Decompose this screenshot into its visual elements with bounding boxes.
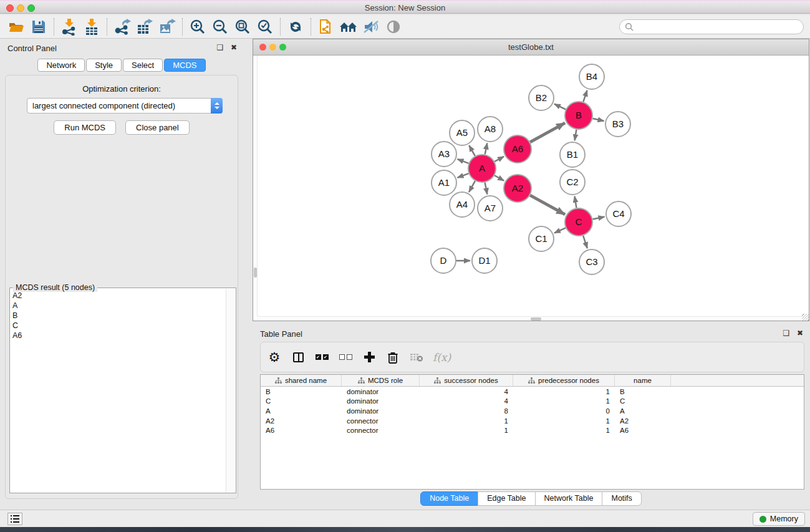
column-header-predecessor-nodes[interactable]: predecessor nodes [513,375,615,386]
mcds-result-item[interactable]: C [12,321,224,331]
edge-A-A2[interactable] [494,175,504,181]
node-C4[interactable]: C4 [606,201,631,226]
node-A4[interactable]: A4 [450,192,475,217]
column-header-successor-nodes[interactable]: successor nodes [420,375,513,386]
show-graphics-details-button[interactable] [382,17,405,36]
table-cell[interactable]: A2 [615,417,671,425]
node-A5[interactable]: A5 [450,120,475,145]
tab-network-table[interactable]: Network Table [535,491,603,506]
table-row[interactable]: A2connector11A2 [261,416,804,426]
column-header-shared-name[interactable]: shared name [261,375,342,386]
table-cell[interactable]: 8 [420,407,513,415]
edge-B-B2[interactable] [554,104,566,110]
node-D[interactable]: D [431,248,456,273]
tab-mcds[interactable]: MCDS [164,59,205,72]
edge-A-A4[interactable] [469,181,475,192]
mcds-result-item[interactable]: A2 [12,291,224,301]
node-A2[interactable]: A2 [504,175,531,202]
close-panel-button[interactable]: Close panel [125,120,190,135]
zoom-selected-button[interactable] [254,17,276,36]
table-cell[interactable]: 0 [513,407,615,415]
edge-C-C1[interactable] [554,228,566,233]
open-file-button[interactable] [5,17,27,36]
table-cell[interactable]: C [261,397,342,405]
edge-A6-B[interactable] [530,123,565,142]
memory-button[interactable]: Memory [753,512,805,526]
node-A7[interactable]: A7 [478,196,503,221]
table-cell[interactable]: connector [342,427,420,434]
mcds-result-item[interactable]: B [12,311,224,321]
edge-C-C3[interactable] [583,236,587,248]
zoom-in-button[interactable] [186,17,209,36]
table-row[interactable]: Bdominator41B [261,387,804,397]
select-all-columns-button[interactable]: ✔✔ [314,348,329,367]
node-B1[interactable]: B1 [560,142,585,167]
table-cell[interactable]: 1 [420,427,513,434]
home-button[interactable] [337,17,360,36]
edge-A-A3[interactable] [458,159,469,163]
table-cell[interactable]: 4 [420,397,513,405]
table-cell[interactable]: A6 [615,427,671,434]
node-A3[interactable]: A3 [432,142,456,167]
function-builder-button[interactable]: f(x) [433,348,451,367]
node-B4[interactable]: B4 [579,64,604,89]
table-close-icon[interactable]: ✖ [796,329,804,337]
delete-table-button[interactable] [409,348,424,367]
export-network-button[interactable] [111,17,133,36]
table-cell[interactable]: dominator [342,407,420,415]
table-cell[interactable]: A [261,407,342,415]
edge-A-A7[interactable] [485,183,488,195]
table-cell[interactable]: 1 [420,417,513,425]
table-cell[interactable]: B [615,388,671,395]
deselect-all-columns-button[interactable] [338,348,353,367]
table-row[interactable]: A6connector11A6 [261,425,804,435]
resize-grip-icon[interactable] [802,314,809,321]
node-B3[interactable]: B3 [605,112,630,137]
node-A6[interactable]: A6 [504,135,531,163]
node-C2[interactable]: C2 [560,170,585,195]
node-A1[interactable]: A1 [432,170,456,195]
result-scrollbar[interactable] [226,289,235,492]
edge-C-C2[interactable] [575,196,577,208]
table-row[interactable]: Adominator80A [261,406,804,416]
edge-A2-C[interactable] [530,195,565,215]
export-image-button[interactable] [156,17,178,36]
search-input[interactable] [637,22,803,31]
node-B2[interactable]: B2 [529,85,554,110]
column-header-name[interactable]: name [615,375,671,386]
network-canvas[interactable]: B4B2BB3A8A5A6A3B1AC2A1A2A4A7C4CC1C3DD1 [253,56,809,321]
tab-select[interactable]: Select [123,59,163,72]
edge-C-C4[interactable] [593,217,605,220]
table-cell[interactable]: dominator [342,388,420,395]
table-cell[interactable]: A [615,407,671,415]
table-cell[interactable]: 1 [513,427,615,434]
node-C1[interactable]: C1 [529,226,554,251]
table-cell[interactable]: dominator [342,397,420,405]
import-network-button[interactable] [58,17,80,36]
task-history-button[interactable] [7,513,22,525]
zoom-out-button[interactable] [209,17,231,36]
table-cell[interactable]: 1 [513,397,615,405]
table-cell[interactable]: connector [342,417,420,425]
delete-column-button[interactable] [385,348,400,367]
network-document-button[interactable] [315,17,337,36]
node-C3[interactable]: C3 [579,249,604,274]
node-B[interactable]: B [565,102,592,129]
node-D1[interactable]: D1 [472,248,497,273]
search-field[interactable] [619,19,804,34]
refresh-layout-button[interactable] [284,17,307,36]
node-A8[interactable]: A8 [478,117,503,142]
network-vertical-scrollbar[interactable] [253,56,258,316]
export-table-button[interactable] [133,17,156,36]
edge-A-A6[interactable] [494,157,504,162]
edge-B-B3[interactable] [592,118,604,121]
table-cell[interactable]: 1 [513,388,615,395]
zoom-fit-button[interactable] [231,17,254,36]
tab-node-table[interactable]: Node Table [420,491,478,506]
table-cell[interactable]: B [261,388,342,395]
float-panel-icon[interactable]: ❑ [216,43,224,52]
edge-A-A5[interactable] [469,145,475,156]
import-table-button[interactable] [80,17,103,36]
table-cell[interactable]: 1 [513,417,615,425]
table-cell[interactable]: C [615,397,671,405]
